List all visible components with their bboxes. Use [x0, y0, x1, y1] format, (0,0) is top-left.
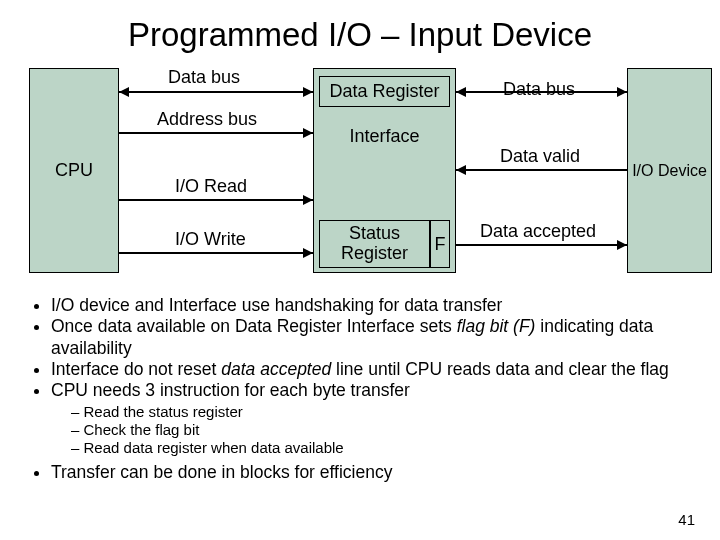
- io-write-line: [119, 252, 313, 254]
- interface-label: Interface: [313, 126, 456, 147]
- page-title: Programmed I/O – Input Device: [0, 0, 720, 54]
- list-item: I/O device and Interface use handshaking…: [51, 295, 694, 316]
- data-accepted-line: [456, 244, 627, 246]
- io-read-label: I/O Read: [175, 176, 247, 197]
- flag-bit-block: F: [430, 220, 450, 268]
- io-read-line: [119, 199, 313, 201]
- page-number: 41: [678, 511, 695, 528]
- arrowhead-icon: [303, 248, 313, 258]
- list-item: Check the flag bit: [71, 421, 694, 439]
- data-valid-label: Data valid: [500, 146, 580, 167]
- list-item: Once data available on Data Register Int…: [51, 316, 694, 359]
- arrowhead-icon: [456, 165, 466, 175]
- list-item: Read data register when data available: [71, 439, 694, 457]
- address-bus-label: Address bus: [157, 109, 257, 130]
- list-item: Interface do not reset data accepted lin…: [51, 359, 694, 380]
- cpu-block: CPU: [29, 68, 119, 273]
- status-register-block: Status Register: [319, 220, 430, 268]
- arrowhead-icon: [617, 240, 627, 250]
- arrowhead-icon: [303, 87, 313, 97]
- address-bus-line: [119, 132, 313, 134]
- data-bus-left-line: [119, 91, 313, 93]
- arrowhead-icon: [303, 195, 313, 205]
- arrowhead-icon: [303, 128, 313, 138]
- data-valid-line: [456, 169, 627, 171]
- io-diagram: CPU Interface I/O Device Data Register S…: [0, 64, 720, 289]
- data-bus-left-label: Data bus: [168, 67, 240, 88]
- arrowhead-icon: [456, 87, 466, 97]
- data-register-block: Data Register: [319, 76, 450, 107]
- data-accepted-label: Data accepted: [480, 221, 596, 242]
- list-item: CPU needs 3 instruction for each byte tr…: [51, 380, 694, 401]
- arrowhead-icon: [617, 87, 627, 97]
- list-item: Transfer can be done in blocks for effic…: [51, 462, 694, 483]
- data-bus-right-label: Data bus: [503, 79, 575, 100]
- bullet-list: I/O device and Interface use handshaking…: [29, 295, 694, 483]
- io-write-label: I/O Write: [175, 229, 246, 250]
- arrowhead-icon: [119, 87, 129, 97]
- io-device-block: I/O Device: [627, 68, 712, 273]
- list-item: Read the status register: [71, 403, 694, 421]
